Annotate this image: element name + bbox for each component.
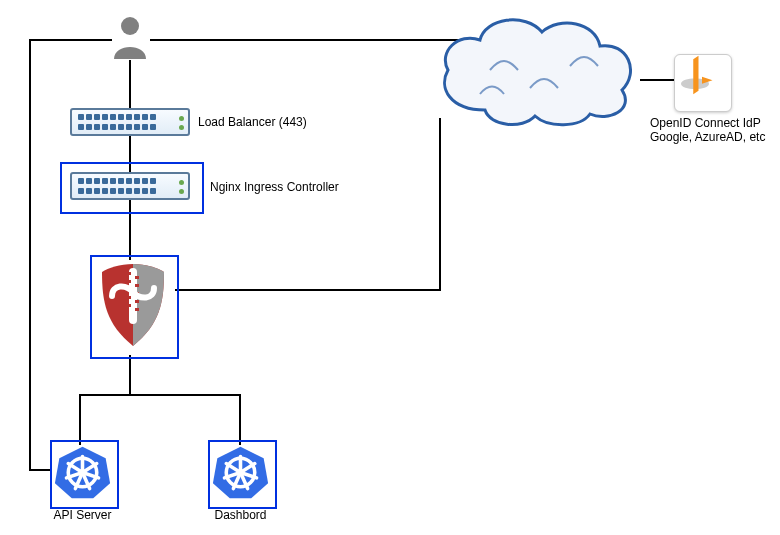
edge-split-api [80, 395, 130, 445]
svg-rect-8 [127, 296, 131, 299]
cloud-icon [430, 10, 640, 130]
svg-rect-9 [135, 300, 139, 303]
switch-icon [70, 108, 190, 136]
kubernetes-icon [54, 444, 111, 501]
load-balancer-label: Load Balancer (443) [198, 115, 307, 129]
nginx-ingress-label: Nginx Ingress Controller [210, 180, 339, 194]
kubernetes-icon [212, 444, 269, 501]
svg-point-0 [121, 17, 139, 35]
user-icon [112, 15, 148, 62]
svg-rect-11 [135, 308, 139, 311]
openid-icon [674, 54, 732, 112]
edge-gatekeeper-cloud [175, 118, 440, 290]
openid-idp-label-2: Google, AzureAD, etc [650, 130, 760, 144]
openid-idp-label-1: OpenID Connect IdP [650, 116, 760, 130]
svg-rect-4 [127, 280, 131, 283]
edge-split-dashboard [130, 395, 240, 445]
dashboard-label: Dashbord [208, 508, 273, 522]
cloud-node [430, 10, 640, 120]
openid-idp-node [674, 54, 732, 112]
api-server-label: API Server [50, 508, 115, 522]
nginx-ingress-node [70, 172, 190, 200]
svg-rect-10 [127, 304, 131, 307]
switch-icon [70, 172, 190, 200]
svg-rect-5 [135, 284, 139, 287]
shield-icon [98, 262, 168, 348]
load-balancer-node [70, 108, 190, 136]
svg-rect-2 [127, 272, 131, 275]
svg-rect-3 [135, 276, 139, 279]
